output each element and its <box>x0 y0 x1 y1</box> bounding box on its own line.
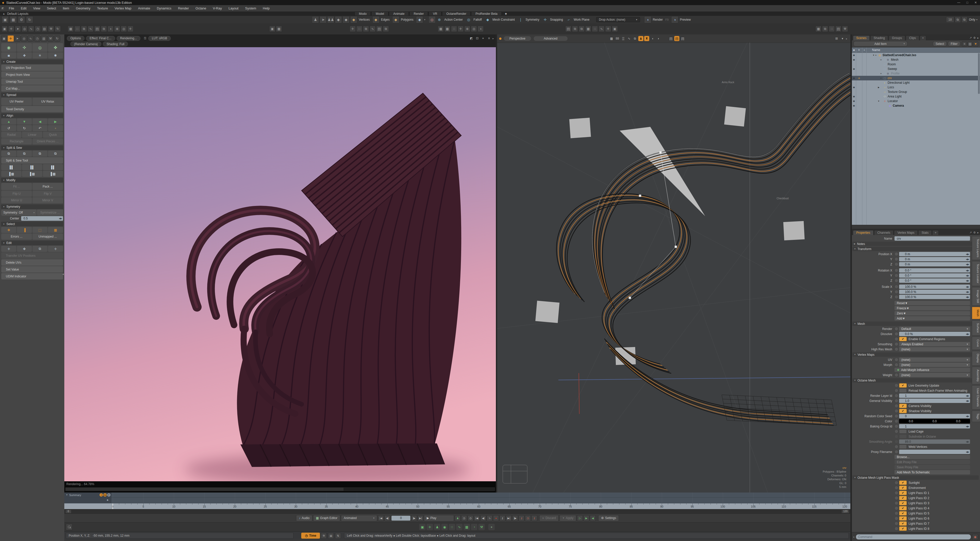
edit-icon-1[interactable]: ✥ <box>17 246 32 252</box>
scene-expand-icon[interactable]: ↗ <box>969 36 972 40</box>
tool-snapping[interactable]: ✛Snapping <box>542 16 566 23</box>
stepper-icon[interactable]: ◀▶ <box>966 258 969 261</box>
toolbox-btn-texel-density[interactable]: Texel Density <box>1 106 63 112</box>
edit-icon-0[interactable]: ✛ <box>1 246 16 252</box>
stamp-icon[interactable]: ▤ <box>41 35 47 41</box>
menu-view[interactable]: View <box>30 6 44 10</box>
field-render-layer-id[interactable]: 1◀▶ <box>899 393 970 398</box>
selection-mode-vertices[interactable]: ◆Vertices <box>350 16 372 23</box>
viewport-canvas[interactable]: Arms Rack Checkbust crvPolygons : BSplin… <box>497 43 850 493</box>
dropdown-uv[interactable]: (none)▼ <box>899 358 970 362</box>
preview-status-pill[interactable]: Rendering... <box>117 36 140 41</box>
checkbox-light-pass-id-7[interactable]: ✔ <box>899 521 907 526</box>
scene-gear-icon[interactable]: ⚙ <box>974 36 976 40</box>
toolbox-btn-transfer-uv-positions[interactable]: Transfer UV Positions <box>1 252 63 259</box>
prop-section-octane-mesh[interactable]: ▼Octane Mesh <box>853 378 979 382</box>
preview-effect-pill[interactable]: Effect: Final C... <box>86 36 115 41</box>
record-icon[interactable]: ● <box>493 515 499 521</box>
wave-icon[interactable]: ∿ <box>88 26 94 32</box>
channel-badge-i[interactable]: i <box>100 493 103 496</box>
checker-icon[interactable]: ▩ <box>609 36 614 41</box>
menu-select[interactable]: Select <box>44 6 59 10</box>
rotate-flip-icon[interactable]: ↶ <box>32 125 48 131</box>
summary-track-label[interactable]: ▼Summary <box>66 493 81 497</box>
select-icon-1[interactable]: ▐ <box>17 227 32 233</box>
close-button[interactable]: ✕ <box>971 1 980 4</box>
prop-button-zero[interactable]: Zero▼ <box>894 311 970 315</box>
tree-row-area-light[interactable]: ◉⬭Area Light <box>852 94 980 99</box>
projection-tool-b3[interactable]: ✱ <box>48 53 63 59</box>
checkbox-live-geometry-update[interactable]: ✔ <box>899 383 907 388</box>
side-tab-texture-locator[interactable]: Texture Locator <box>972 261 980 286</box>
field-general-visibility[interactable]: 1.0◀▶ <box>899 399 970 403</box>
reset-time-icon[interactable]: ◷ <box>525 515 531 521</box>
side-tab-mesh[interactable]: Mesh <box>972 307 980 319</box>
layout-tab-animate[interactable]: Animate <box>389 11 409 16</box>
projection-tool-b0[interactable]: ◙ <box>1 53 16 59</box>
prev-key-icon[interactable]: ◀| <box>384 515 390 521</box>
apply-button[interactable]: ▼Apply <box>559 515 576 521</box>
overlap-icon[interactable]: ⧉ <box>81 26 87 32</box>
timeline-range-bar[interactable]: 0120 <box>64 509 850 514</box>
door-icon[interactable]: ⧉ <box>383 26 389 32</box>
tree-row-locator[interactable]: ◉▼✛Locator <box>852 99 980 103</box>
checkbox-light-pass-id-4[interactable]: ✔ <box>899 506 907 511</box>
sew2-icon-1[interactable]: ▐▌ <box>22 164 42 170</box>
prop-section-mesh[interactable]: ▼Mesh <box>853 321 979 326</box>
grid-icon[interactable]: ▦ <box>585 26 591 32</box>
layout-label[interactable]: Default Layouts <box>7 12 28 16</box>
minimize-button[interactable]: — <box>954 1 963 4</box>
add-item-button[interactable]: Add Item▼ <box>853 41 907 46</box>
go-to-start-icon[interactable]: |◀ <box>378 515 384 521</box>
tree-scrollbar[interactable] <box>978 53 980 94</box>
half-icon[interactable]: ◑ <box>107 26 114 32</box>
toolbox-collapse-handle[interactable]: ◀ <box>62 273 64 277</box>
sq-icon[interactable]: 回 <box>94 26 100 32</box>
time-mode-button[interactable]: ◷Time <box>301 533 320 539</box>
preview-options-pill[interactable]: Options <box>67 36 84 41</box>
arrow-icon[interactable]: ➤ <box>14 35 21 41</box>
timeline-key-track[interactable]: ◆ <box>64 498 850 503</box>
eye-icon[interactable]: ◉ <box>852 100 856 102</box>
item-mode-dropdown-icon[interactable]: ▾ <box>424 18 425 21</box>
select-icon-2[interactable]: ⬚ <box>32 227 48 233</box>
actor-box-icon[interactable]: ♜ <box>644 36 649 41</box>
add-layout-tab-button[interactable]: + <box>502 12 509 16</box>
prop-button-add-mesh-to-schematic[interactable]: Add Mesh To Schematic <box>894 470 970 474</box>
vp-opt3-icon[interactable]: 回 <box>680 36 685 41</box>
sew3-icon-1[interactable]: ▐▦ <box>22 171 42 177</box>
scene-tab-scenes[interactable]: Scenes <box>853 35 870 40</box>
items-cursor-icon[interactable]: ➤ <box>320 16 327 23</box>
scene-tab-shading[interactable]: Shading <box>870 35 888 40</box>
tree-row-profile[interactable]: +⬚⚙Profile <box>852 71 980 76</box>
stepper-icon[interactable]: ◀▶ <box>966 441 969 443</box>
projection-tool-0[interactable]: ◉ <box>1 43 16 52</box>
graph-icon[interactable]: ▦ <box>463 523 470 530</box>
add-tool-icon[interactable]: + <box>488 523 495 530</box>
move-icon[interactable]: ✛ <box>350 26 356 32</box>
field-z[interactable]: 100.0 %◀▶ <box>899 295 970 299</box>
toolbox-btn-mirror-u[interactable]: Mirror U <box>1 197 32 204</box>
search-icon[interactable] <box>66 523 73 530</box>
menu-vertex-map[interactable]: Vertex Map <box>111 6 135 10</box>
checkbox-subdivide-in-octane[interactable] <box>899 434 907 439</box>
ring-icon[interactable]: ◎ <box>471 26 477 32</box>
prop-expand-icon[interactable]: ↗ <box>969 231 972 234</box>
render-button[interactable]: ◑RenderF9 <box>644 16 671 23</box>
projection-tool-2[interactable]: ◎ <box>32 43 48 52</box>
edit-icon-3[interactable]: ✛ <box>48 246 63 252</box>
drop-action-selector[interactable]: Drop Action: (none)▾ <box>596 17 640 22</box>
prop-arrow-icon[interactable]: ▸ <box>977 231 979 234</box>
tree-row-locs[interactable]: ◉▶▱Locs <box>852 85 980 89</box>
item-mode-icon[interactable]: ◆ <box>416 16 423 23</box>
scene-add-tab[interactable]: + <box>920 35 926 40</box>
door-icon[interactable]: ⧉ <box>572 26 578 32</box>
stepper-icon[interactable]: ◀▶ <box>966 291 969 293</box>
rotate-view-icon[interactable]: ↻ <box>26 16 33 23</box>
refresh-icon[interactable]: ↻ <box>55 26 61 32</box>
gear-icon[interactable]: ⚙ <box>18 16 25 23</box>
sew-icon-0[interactable]: ⧉ <box>1 151 16 157</box>
cube-icon[interactable]: ▣ <box>1 35 7 41</box>
vp-menu-icon[interactable]: ▾ <box>840 36 845 41</box>
field-z[interactable]: 0 m◀▶ <box>899 262 970 266</box>
